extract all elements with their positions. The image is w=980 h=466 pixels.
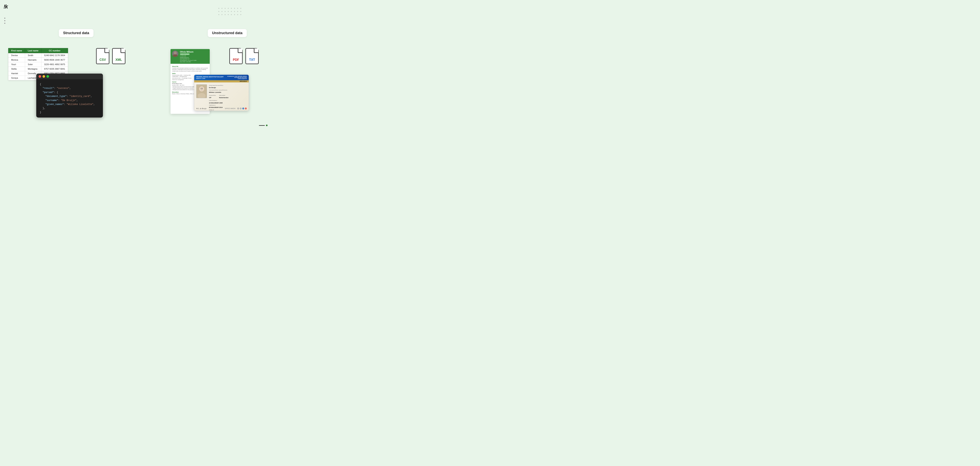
col-header-ccnumber: CC number bbox=[41, 48, 68, 53]
svg-point-5 bbox=[201, 88, 202, 89]
table-row: Stella Montagna 9757 6035 3687 6841 bbox=[8, 67, 68, 71]
unstructured-data-text: Unstructured data bbox=[212, 31, 242, 35]
id-card-header: NEDERLANDSE IDENTITEITSKAART IDENTITY CA… bbox=[194, 75, 249, 80]
structured-data-label: Structured data bbox=[59, 29, 94, 37]
xml-file-icon: XML bbox=[112, 48, 126, 64]
resume-skills-title: Skills bbox=[172, 73, 208, 74]
dot-pattern-top-right bbox=[218, 8, 243, 26]
sidebar-nav bbox=[4, 18, 5, 24]
terminal-minimize-btn[interactable] bbox=[43, 75, 45, 78]
id-photo bbox=[196, 85, 207, 98]
resume-title-badge: MUSIC TEACHER bbox=[180, 53, 189, 55]
logo-area: !k bbox=[3, 3, 8, 10]
nav-dot-1 bbox=[4, 18, 5, 19]
csv-file-icon: CSV bbox=[96, 48, 109, 64]
bottom-progress bbox=[259, 124, 267, 126]
id-header-right: KONINKRIJK DER NEDERLANDEN ROYAUME DES P… bbox=[228, 76, 247, 79]
resume-photo bbox=[172, 51, 178, 57]
terminal-body: { "result": "success", "parsed": { "docu… bbox=[36, 79, 103, 118]
structured-file-icons: CSV XML bbox=[96, 48, 126, 64]
table-row: Youri Soler 3226 4901 4892 9975 bbox=[8, 62, 68, 67]
unstructured-data-label: Unstructured data bbox=[208, 29, 247, 37]
resume-about-text: A positive and motivated individual comm… bbox=[172, 67, 208, 72]
logo-icon: !k bbox=[3, 3, 8, 10]
id-card-footer: W.L. de Bruijn SPECIMEN bbox=[196, 107, 247, 110]
col-header-firstname: First name bbox=[8, 48, 25, 53]
svg-point-0 bbox=[173, 51, 177, 54]
table-row: Monica Hanraets 5830 8506 1640 3677 bbox=[8, 58, 68, 62]
nav-dot-3 bbox=[4, 23, 5, 24]
structured-data-text: Structured data bbox=[63, 31, 89, 35]
id-card-body: Achternaam/Surname/Nom De Bruijn Voornam… bbox=[194, 82, 249, 111]
pdf-file-icon: PDF bbox=[229, 48, 243, 64]
svg-point-3 bbox=[199, 86, 204, 91]
resume-name-block: Olivia Wilson MUSIC TEACHER +33-456-1990… bbox=[180, 51, 208, 63]
nav-dot-2 bbox=[4, 20, 5, 21]
id-specimen-text: SPECIMEN bbox=[225, 107, 235, 110]
col-header-lastname: Last name bbox=[25, 48, 41, 53]
table-row: Denise Smith 5248 6842 2178 3954 bbox=[8, 53, 68, 58]
resume-header: Olivia Wilson MUSIC TEACHER +33-456-1990… bbox=[170, 49, 210, 64]
txt-file-icon: TXT bbox=[245, 48, 259, 64]
terminal-header bbox=[36, 73, 103, 79]
resume-contact: +33-456-1990 hello@example.com www.mygre… bbox=[180, 55, 208, 63]
terminal-close-btn[interactable] bbox=[38, 75, 41, 78]
unstructured-file-icons: PDF TXT bbox=[229, 48, 259, 64]
svg-point-1 bbox=[173, 54, 178, 57]
id-card: NEDERLANDSE IDENTITEITSKAART IDENTITY CA… bbox=[194, 75, 249, 111]
terminal-maximize-btn[interactable] bbox=[46, 75, 49, 78]
resume-name: Olivia Wilson bbox=[180, 51, 208, 53]
svg-point-6 bbox=[202, 88, 203, 89]
progress-line bbox=[259, 125, 265, 126]
resume-about-title: About Me bbox=[172, 66, 208, 67]
id-signature: W.L. de Bruijn bbox=[196, 107, 207, 110]
code-terminal: { "result": "success", "parsed": { "docu… bbox=[36, 73, 103, 118]
id-info-block: Achternaam/Surname/Nom De Bruijn Voornam… bbox=[209, 85, 247, 111]
id-header-left: NEDERLANDSE IDENTITEITSKAART IDENTITY CA… bbox=[196, 76, 224, 79]
progress-dot bbox=[266, 124, 267, 126]
id-chip-label: SPECI2014 bbox=[194, 80, 249, 82]
id-security-circles bbox=[237, 107, 247, 110]
